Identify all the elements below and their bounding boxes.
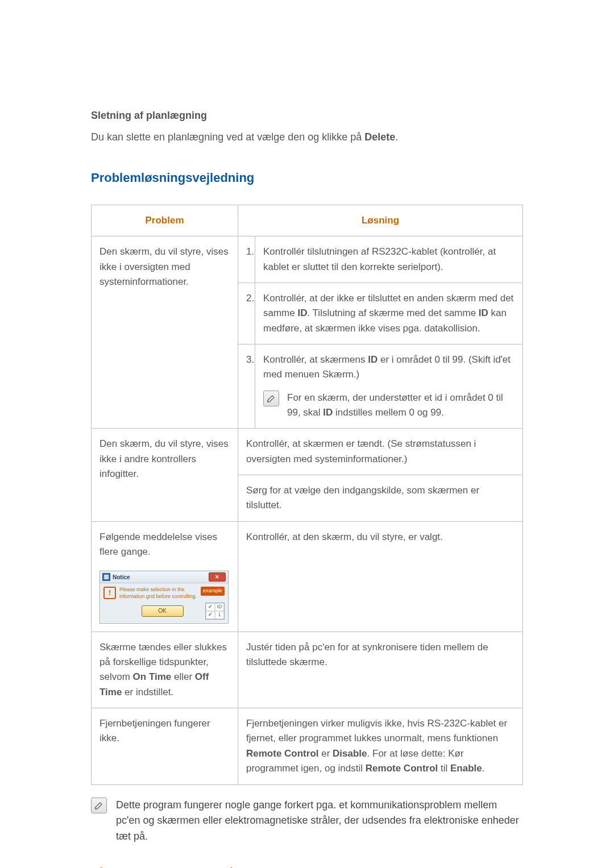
note-text: For en skærm, der understøtter et id i o… [287,391,515,421]
text-bold-id: ID [297,308,307,318]
solution-cell: Sørg for at vælge den indgangskilde, som… [238,475,523,522]
document-page: Sletning af planlægning Du kan slette en… [0,0,614,868]
notice-body: ! Please make selection in the informati… [100,583,228,622]
solution-cell: Kontrollér, at den skærm, du vil styre, … [238,521,523,632]
id-value: 1 [215,611,224,619]
col-header-solution: Løsning [238,205,523,236]
troubleshoot-table: Problem Løsning Den skærm, du vil styre,… [91,205,523,785]
section-title-properties-multi: Sådan vises egenskaber, når der anvendes… [91,864,523,868]
solution-cell: Kontrollér, at der ikke er tilsluttet en… [255,283,523,344]
text: Fjernbetjeningen virker muligvis ikke, h… [246,718,507,744]
checkmark-icon: ✓ [206,603,215,611]
table-row: Skærme tændes eller slukkes på forskelli… [92,632,523,708]
table-row: Fjernbetjeningen fungerer ikke. Fjernbet… [92,708,523,784]
note-icon [91,798,107,813]
text: til [438,763,450,774]
text-bold-id: ID [323,407,333,418]
text-bold-delete: Delete [364,131,395,143]
text-bold-remotectrl: Remote Control [246,748,319,759]
solution-cell: Justér tiden på pc'en for at synkroniser… [238,632,523,708]
text: eller [171,671,195,682]
solution-cell: Kontrollér, at skærmen er tændt. (Se str… [238,429,523,475]
notice-title: Notice [113,573,130,582]
section-title-troubleshoot: Problemløsningsvejledning [91,168,523,188]
text: Du kan slette en planlægning ved at vælg… [91,131,364,143]
text-bold-id: ID [368,354,377,365]
ok-button[interactable]: OK [142,605,184,617]
id-header: ID [215,603,224,611]
text: indstilles mellem 0 og 99. [333,407,444,418]
notice-title-left: Notice [102,573,130,582]
app-icon [102,573,110,581]
pencil-note-icon [267,394,276,403]
subheading-delete-scheduling: Sletning af planlægning [91,108,523,124]
text-bold-enable: Enable [450,763,482,774]
notice-titlebar: Notice ✕ [100,571,228,583]
problem-cell: Den skærm, du vil styre, vises ikke i ov… [92,236,238,429]
problem-cell: Fjernbetjeningen fungerer ikke. [92,708,238,784]
text: . [395,131,398,143]
col-header-problem: Problem [92,205,238,236]
text-bold-disable: Disable [333,748,367,759]
note-icon [263,391,279,406]
text-bold-ontime: On Time [133,671,172,682]
table-row: Den skærm, du vil styre, vises ikke i an… [92,429,523,475]
checkmark-icon: ✓ [206,611,215,619]
notice-dialog: Notice ✕ ! Please make selection in the … [99,571,229,623]
solution-cell: Fjernbetjeningen virker muligvis ikke, h… [238,708,523,784]
footer-note-text: Dette program fungerer nogle gange forke… [116,798,523,845]
text: . Tilslutning af skærme med det samme [307,308,478,318]
table-header-row: Problem Løsning [92,205,523,236]
footer-note: Dette program fungerer nogle gange forke… [91,798,523,845]
text-bold-remotectrl: Remote Control [366,763,438,774]
problem-cell: Skærme tændes eller slukkes på forskelli… [92,632,238,708]
text: er indstillet. [122,687,173,697]
text-bold-id: ID [479,308,488,318]
notice-message: Please make selection in the information… [119,587,197,600]
warning-icon: ! [103,587,116,599]
problem-cell: Følgende meddelelse vises flere gange. N… [92,521,238,632]
delete-scheduling-body: Du kan slette en planlægning ved at vælg… [91,130,523,146]
table-row: Den skærm, du vil styre, vises ikke i ov… [92,236,523,283]
step-number: 1. [238,236,255,283]
text: . [482,763,485,774]
problem-cell: Den skærm, du vil styre, vises ikke i an… [92,429,238,521]
step-number: 3. [238,344,255,428]
solution-cell: Kontrollér tilslutningen af RS232C-kable… [255,236,523,283]
text: Følgende meddelelse vises flere gange. [99,530,230,560]
step-number: 2. [238,283,255,344]
id-grid: ✓ ID ✓ 1 [205,603,225,620]
close-button[interactable]: ✕ [209,572,226,582]
pencil-note-icon [94,801,103,810]
solution-cell: Kontrollér, at skærmens ID er i området … [255,344,523,428]
text: Kontrollér, at skærmens [263,354,368,365]
example-badge: example [201,587,225,596]
text: er [319,748,333,759]
table-row: Følgende meddelelse vises flere gange. N… [92,521,523,632]
